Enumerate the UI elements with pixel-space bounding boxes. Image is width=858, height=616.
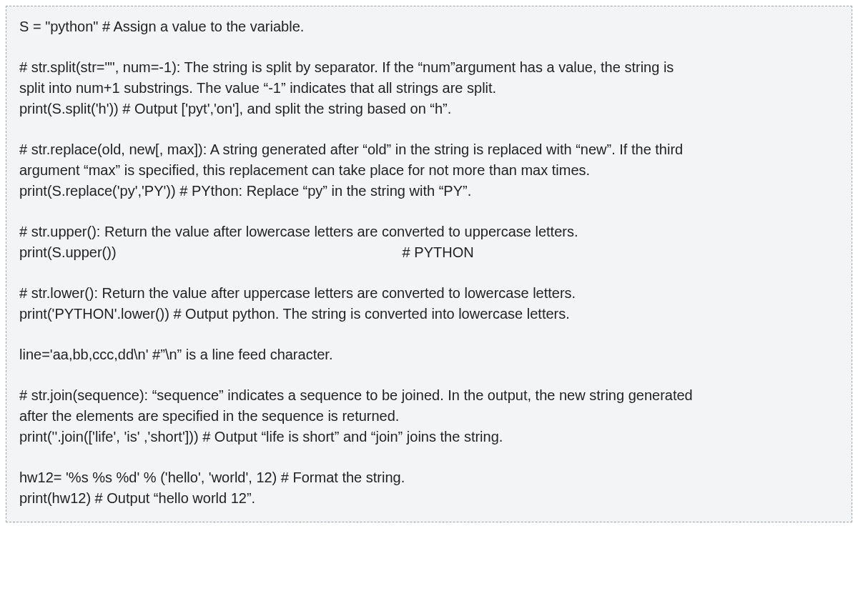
blank-line [19,447,839,467]
code-line: print(S.split('h')) # Output ['pyt','on'… [19,99,839,119]
code-line: argument “max” is specified, this replac… [19,160,839,181]
code-line: S = "python" # Assign a value to the var… [19,16,839,37]
code-text-left: print(S.upper()) [19,244,117,260]
code-line: # str.upper(): Return the value after lo… [19,222,839,242]
code-line: after the elements are specified in the … [19,406,839,427]
code-line: print('PYTHON'.lower()) # Output python.… [19,304,839,324]
blank-line [19,263,839,283]
blank-line [19,365,839,385]
code-line: # str.join(sequence): “sequence” indicat… [19,385,839,406]
blank-line [19,37,839,57]
code-text-right: # PYTHON [403,244,474,260]
code-line: print(S.upper())# PYTHON [19,242,839,263]
code-block: S = "python" # Assign a value to the var… [6,6,852,522]
code-line: # str.replace(old, new[, max]): A string… [19,139,839,160]
code-line: print(hw12) # Output “hello world 12”. [19,488,839,509]
code-line: # str.lower(): Return the value after up… [19,283,839,304]
code-line: split into num+1 substrings. The value “… [19,78,839,99]
code-line: # str.split(str="", num=-1): The string … [19,57,839,78]
code-line: print(''.join(['life', 'is' ,'short'])) … [19,427,839,447]
code-line: line='aa,bb,ccc,dd\n' #”\n” is a line fe… [19,344,839,365]
blank-line [19,119,839,139]
code-line: hw12= '%s %s %d' % ('hello', 'world', 12… [19,467,839,488]
blank-line [19,324,839,344]
code-line: print(S.replace('py','PY')) # PYthon: Re… [19,181,839,202]
blank-line [19,202,839,222]
